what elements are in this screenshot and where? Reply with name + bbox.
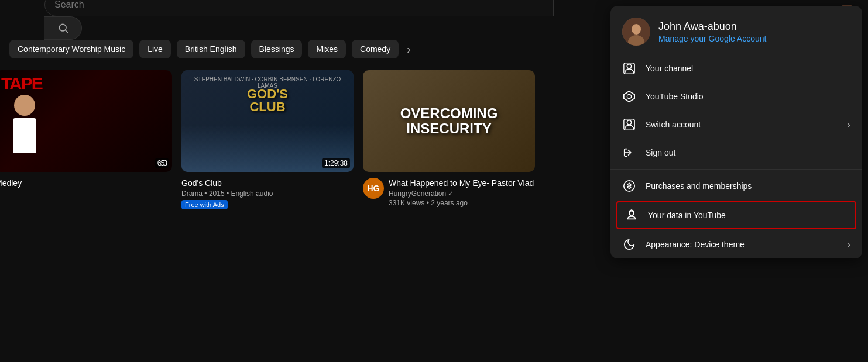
manage-account-link[interactable]: Manage your Google Account: [658, 34, 766, 43]
menu-item-signout[interactable]: Sign out: [610, 139, 862, 167]
user-header: John Awa-abuon Manage your Google Accoun…: [610, 6, 862, 54]
user-name: John Awa-abuon: [658, 20, 766, 33]
studio-icon: [622, 89, 636, 104]
svg-marker-12: [624, 91, 634, 102]
signout-label: Sign out: [646, 148, 850, 157]
svg-point-8: [632, 24, 641, 35]
channel-label: Your channel: [646, 64, 850, 73]
menu-item-switch[interactable]: Switch account ›: [610, 111, 862, 139]
purchases-label: Purchases and memberships: [646, 181, 850, 191]
dropdown-overlay: John Awa-abuon Manage your Google Accoun…: [0, 0, 868, 362]
studio-label: YouTube Studio: [646, 92, 850, 101]
signout-icon: [622, 146, 636, 160]
menu-item-channel[interactable]: Your channel: [610, 54, 862, 82]
switch-icon: [622, 118, 636, 132]
appearance-arrow-icon: ›: [847, 239, 850, 251]
moon-icon: [622, 237, 636, 251]
svg-point-14: [627, 120, 631, 125]
menu-item-appearance[interactable]: Appearance: Device theme ›: [610, 230, 862, 258]
menu-item-studio[interactable]: YouTube Studio: [610, 82, 862, 111]
shield-icon: [625, 208, 639, 222]
divider-1: [610, 169, 862, 170]
svg-point-13: [627, 94, 631, 98]
menu-item-data[interactable]: Your data in YouTube: [616, 201, 856, 229]
dollar-icon: [622, 179, 636, 193]
switch-arrow-icon: ›: [847, 119, 850, 131]
user-info: John Awa-abuon Manage your Google Accoun…: [658, 20, 766, 43]
user-avatar: [622, 18, 650, 46]
menu-item-purchases[interactable]: Purchases and memberships: [610, 172, 862, 200]
switch-label: Switch account: [646, 120, 838, 129]
appearance-label: Appearance: Device theme: [646, 240, 838, 249]
data-label: Your data in YouTube: [648, 211, 848, 220]
svg-point-10: [627, 64, 631, 68]
account-dropdown: John Awa-abuon Manage your Google Accoun…: [610, 6, 862, 258]
person-icon: [622, 61, 636, 75]
